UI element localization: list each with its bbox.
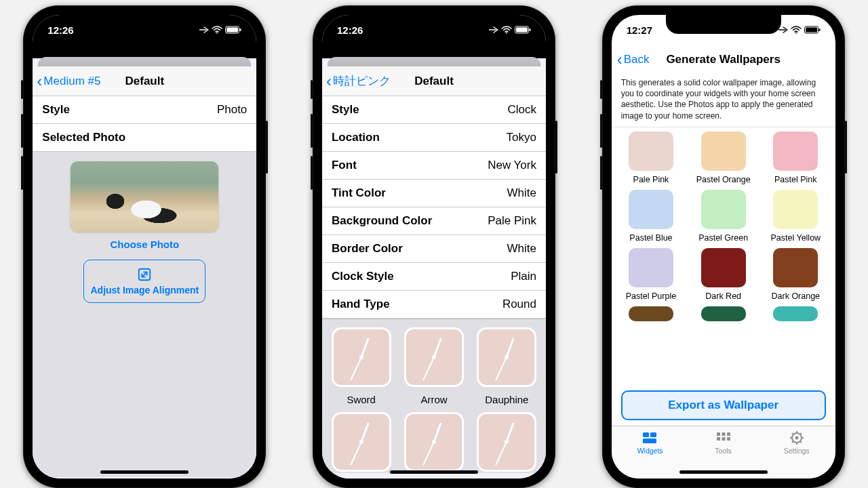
chevron-left-icon: ‹	[617, 52, 623, 68]
home-indicator[interactable]	[100, 470, 189, 474]
svg-line-28	[792, 433, 793, 434]
row-label: Hand Type	[332, 298, 390, 311]
row-style[interactable]: Style Photo	[33, 96, 256, 124]
svg-rect-18	[727, 432, 730, 436]
row-value: Photo	[217, 103, 247, 117]
hand-option-arrow[interactable]	[404, 327, 464, 387]
row-value: Clock	[507, 103, 536, 117]
color-swatch[interactable]	[689, 306, 757, 321]
svg-rect-12	[818, 28, 820, 31]
color-chip	[773, 248, 818, 287]
status-time: 12:27	[627, 24, 652, 36]
adjust-alignment-label: Adjust Image Alignment	[90, 285, 199, 296]
color-swatch[interactable]: Pastel Pink	[762, 131, 830, 184]
color-label: Pale Pink	[633, 175, 669, 184]
svg-point-0	[216, 33, 218, 34]
row-label: Font	[332, 159, 357, 172]
color-label: Pastel Yellow	[770, 233, 821, 243]
wifi-icon	[791, 26, 802, 34]
row-value: New York	[488, 159, 536, 172]
settings-row[interactable]: StyleClock	[322, 96, 546, 124]
back-button[interactable]: ‹ Back	[617, 52, 650, 68]
hand-label: Sword	[347, 394, 376, 405]
hand-option-dauphine[interactable]	[477, 327, 536, 387]
color-swatch[interactable]: Dark Red	[689, 248, 757, 301]
color-chip	[701, 190, 746, 229]
hand-option[interactable]	[404, 412, 464, 472]
svg-rect-21	[727, 437, 730, 441]
hand-option[interactable]	[332, 412, 391, 472]
choose-photo-button[interactable]: Choose Photo	[42, 239, 247, 250]
export-wallpaper-button[interactable]: Export as Wallpaper	[621, 390, 826, 420]
photo-thumbnail[interactable]	[71, 161, 218, 232]
row-label: Style	[42, 103, 70, 117]
row-label: Clock Style	[332, 270, 394, 283]
svg-line-31	[792, 441, 793, 443]
hand-label: Arrow	[420, 394, 447, 405]
row-label: Background Color	[332, 214, 432, 228]
color-swatch[interactable]	[617, 306, 686, 321]
settings-icon	[788, 430, 806, 445]
color-swatch[interactable]: Pastel Yellow	[762, 190, 830, 243]
row-value: Round	[502, 298, 536, 311]
svg-rect-2	[226, 28, 238, 33]
tab-widgets[interactable]: Widgets	[637, 430, 663, 479]
chevron-left-icon: ‹	[37, 73, 42, 89]
svg-rect-13	[643, 432, 649, 437]
hand-label: Dauphine	[485, 394, 528, 405]
nav-bar: ‹ 時計ピンク Default	[322, 66, 546, 96]
status-time: 12:26	[337, 24, 363, 36]
phone-frame-2: 12:26 ‹ 時計ピンク Default StyleClockLocation…	[313, 5, 555, 488]
battery-icon	[804, 26, 821, 34]
color-chip	[701, 131, 746, 171]
color-swatch[interactable]: Pastel Blue	[617, 190, 686, 243]
row-label: Border Color	[332, 242, 403, 256]
notch	[666, 15, 781, 34]
svg-point-9	[795, 33, 797, 34]
color-swatch[interactable]: Pastel Orange	[689, 131, 757, 184]
color-swatch-grid[interactable]: Pale PinkPastel OrangePastel PinkPastel …	[612, 127, 835, 385]
wifi-icon	[212, 26, 222, 34]
tab-label: Widgets	[637, 447, 663, 455]
battery-icon	[225, 26, 241, 34]
back-button[interactable]: ‹ Medium #5	[37, 66, 100, 96]
back-label: Back	[624, 53, 650, 66]
settings-row[interactable]: Tint ColorWhite	[322, 180, 546, 207]
svg-rect-7	[516, 28, 528, 33]
alignment-icon	[137, 267, 152, 282]
settings-row[interactable]: Clock StylePlain	[322, 263, 546, 291]
row-label: Tint Color	[332, 186, 386, 200]
nav-bar: ‹ Back Generate Wallpapers	[612, 45, 835, 75]
color-swatch[interactable]: Pastel Purple	[617, 248, 686, 301]
svg-point-23	[795, 436, 798, 440]
color-swatch[interactable]: Pale Pink	[617, 131, 686, 184]
hand-option[interactable]	[477, 412, 536, 472]
phone-frame-1: 12:26 ‹ Medium #5 Default Style Photo Se…	[23, 5, 266, 488]
settings-row[interactable]: LocationTokyo	[322, 124, 546, 152]
home-indicator[interactable]	[390, 470, 478, 474]
settings-row[interactable]: Hand TypeRound	[322, 291, 546, 319]
row-label: Location	[332, 131, 380, 144]
color-chip	[773, 190, 818, 229]
row-label: Style	[332, 103, 359, 117]
color-swatch[interactable]: Pastel Green	[689, 190, 757, 243]
svg-rect-8	[529, 28, 530, 31]
adjust-alignment-button[interactable]: Adjust Image Alignment	[83, 260, 205, 303]
color-label: Pastel Purple	[626, 291, 676, 301]
phone-frame-3: 12:27 ‹ Back Generate Wallpapers This ge…	[602, 5, 845, 488]
settings-row[interactable]: Background ColorPale Pink	[322, 207, 546, 235]
color-chip	[629, 190, 673, 229]
wifi-icon	[501, 26, 512, 34]
color-swatch[interactable]: Dark Orange	[762, 248, 830, 301]
hand-option-sword[interactable]	[332, 327, 391, 387]
settings-row[interactable]: FontNew York	[322, 152, 546, 180]
back-button[interactable]: ‹ 時計ピンク	[326, 66, 391, 96]
back-label: 時計ピンク	[333, 73, 391, 89]
svg-rect-14	[650, 432, 656, 437]
status-icons	[199, 26, 241, 34]
color-swatch[interactable]	[762, 306, 830, 321]
settings-row[interactable]: Border ColorWhite	[322, 235, 546, 263]
tab-settings[interactable]: Settings	[784, 430, 810, 479]
home-indicator[interactable]	[679, 470, 768, 474]
widgets-icon	[642, 430, 659, 445]
